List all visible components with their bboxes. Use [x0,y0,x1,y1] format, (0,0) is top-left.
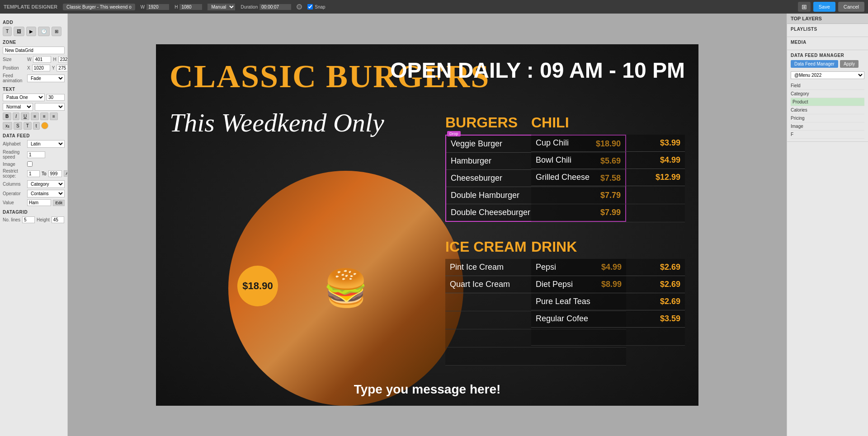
drink-empty-1 [531,328,685,346]
reading-speed-input[interactable] [27,151,45,158]
value-input[interactable] [27,199,51,206]
left-panel: ADD T 🖼 ▶ 🕐 ⊞ ZONE New DataGrid Size W H… [0,14,68,436]
font-select[interactable]: Patua One [3,94,45,101]
restrict-label: Restrict scope: [3,169,25,178]
value-edit-btn[interactable]: Edit [53,200,65,206]
cancel-button[interactable]: Cancel [838,2,864,12]
playlists-label: PLAYLISTS [791,27,864,32]
drink-row-3: Regular Cofee $3.59 [531,310,685,328]
top-bar-actions: ⊞ Save Cancel [798,2,864,12]
right-item-calories[interactable]: Calories [791,106,864,114]
duration-input[interactable] [259,4,291,10]
burger-name-4: Double Cheeseburger [451,208,530,217]
height-input[interactable] [179,4,202,10]
size-w-input[interactable] [33,56,51,63]
underline-btn[interactable]: U [21,113,29,120]
image-checkbox[interactable] [27,161,33,167]
dfm-button[interactable]: Data Feed Manager [791,60,838,68]
add-text-btn[interactable]: T [3,27,12,36]
canvas-title-right: OPEN DAILY : 09 AM - 10 PM [390,58,685,83]
height-input[interactable] [52,216,64,223]
drink-name-0: Pepsi [536,263,556,272]
format-row2: x₂ S T t [3,122,65,130]
right-item-product[interactable]: Product [791,98,864,106]
add-video-btn[interactable]: ▶ [26,27,36,36]
super-btn[interactable]: S [14,122,22,130]
font-size-input[interactable] [47,94,65,101]
feed-source-select[interactable]: @Menu 2022 [791,71,864,79]
tab-label[interactable]: Classic Burger - This weekend o [63,4,135,10]
right-item-field[interactable]: Field [791,82,864,90]
add-label: ADD [3,20,65,25]
chili-empty-2 [531,204,685,222]
drink-name-2: Pure Leaf Teas [536,297,590,306]
apply-button[interactable]: Apply [840,60,859,68]
add-clock-btn[interactable]: 🕐 [38,27,50,36]
mode-select[interactable]: Manual [208,4,235,10]
drink-price-0: $2.69 [660,263,680,272]
font-weight-select[interactable]: Normal [3,103,33,111]
restrict-from-input[interactable] [27,170,40,177]
text-t-btn[interactable]: T [24,122,32,130]
ice-name-1: Quart Ice Cream [450,280,510,289]
pos-y-input[interactable] [57,65,68,71]
data-feed-manager-section: DATA FEED MANAGER Data Feed Manager Appl… [787,50,868,142]
right-item-pricing[interactable]: Pricing [791,114,864,122]
bold-btn[interactable]: B [3,113,11,120]
top-bar: TEMPLATE DESIGNER Classic Burger - This … [0,0,868,14]
width-label: W [141,5,145,9]
zone-name[interactable]: New DataGrid [3,47,65,54]
align-left-btn[interactable]: ≡ [31,113,39,120]
chili-name-2: Grilled Cheese [536,173,590,182]
app-title: TEMPLATE DESIGNER [4,4,57,9]
add-image-btn[interactable]: 🖼 [14,27,24,36]
font-style-select[interactable] [35,103,65,111]
columns-select[interactable]: Category [27,180,65,188]
align-center-btn[interactable]: ≡ [40,113,48,120]
size-h-input[interactable] [58,56,68,63]
restrict-apply-btn[interactable]: Apply [64,170,68,177]
color-btn[interactable] [41,122,48,129]
value-row: Value Edit [3,199,65,206]
burger-name-0: Veggie Burger [451,139,502,149]
ice-empty-4 [445,347,626,366]
width-input[interactable] [146,4,169,10]
pos-x-input[interactable] [32,65,50,71]
chili-price-1: $4.99 [660,155,680,165]
chili-row-1: Bowl Chili $4.99 [531,152,685,169]
height-label: H [175,5,178,9]
reading-speed-label: Reading speed [3,150,25,159]
media-section: MEDIA [787,37,868,50]
drink-title: DRINK [531,239,685,255]
no-lines-input[interactable] [22,216,35,223]
drink-price-3: $3.59 [660,314,680,323]
format-row: B I U ≡ ≡ ≡ [3,113,65,120]
text-t2-btn[interactable]: t [33,122,40,130]
right-item-category[interactable]: Category [791,90,864,98]
save-button[interactable]: Save [813,2,835,12]
feed-anim-select[interactable]: Fade [27,75,65,82]
datagrid-lines-row: No. lines Height [3,216,65,223]
operator-label: Operator [3,191,25,196]
icon-grid-btn[interactable]: ⊞ [798,2,811,12]
italic-btn[interactable]: I [13,113,19,120]
right-item-image[interactable]: Image [791,122,864,131]
drink-name-3: Regular Cofee [536,314,588,323]
alphabet-label: Alphabet [3,141,25,146]
add-grid-btn[interactable]: ⊞ [52,27,61,36]
snap-toggle[interactable]: Snap [307,4,325,9]
sub-btn[interactable]: x₂ [3,122,12,130]
right-item-f[interactable]: F [791,131,864,139]
bottom-message[interactable]: Type you message here! [354,382,501,397]
size-label: Size [3,57,25,62]
data-feed-label: DATA FEED [3,133,65,138]
columns-row: Columns Category [3,180,65,188]
alphabet-select[interactable]: Latin [27,140,65,148]
operator-select[interactable]: Contains [27,190,65,197]
media-label: MEDIA [791,40,864,45]
chili-section: CHILI Cup Chili $3.99 Bowl Chili $4.99 G… [531,114,685,222]
align-right-btn[interactable]: ≡ [50,113,58,120]
feed-anim-row: Feed animation Fade [3,73,65,83]
restrict-to-input[interactable] [48,170,62,177]
restrict-row: Restrict scope: To Apply [3,169,65,178]
